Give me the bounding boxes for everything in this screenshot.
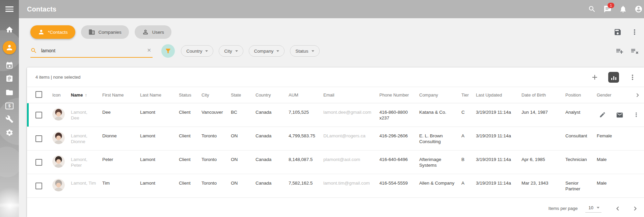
bar-chart-icon[interactable] [608, 72, 619, 83]
column-header-last_updated[interactable]: Last Updated [473, 87, 519, 103]
sidebar-item-settings[interactable] [5, 129, 14, 137]
row-checkbox[interactable] [35, 183, 42, 189]
column-header-last_name[interactable]: Last Name [137, 87, 176, 103]
scroll-columns-right[interactable] [631, 87, 644, 103]
cell-last_name: Lamont [137, 103, 176, 127]
column-header-city[interactable]: City [199, 87, 228, 103]
cell-name: Lamont, Tim [68, 174, 100, 198]
cell-phone: 416-554-5559 [377, 174, 417, 198]
sidebar-item-contacts[interactable] [3, 41, 16, 54]
row-checkbox[interactable] [35, 135, 42, 142]
table-footer: Items per page 10 [27, 198, 644, 217]
cell-text: Lamont [140, 110, 155, 115]
chat-icon[interactable]: 1 [603, 5, 612, 13]
search-icon[interactable] [588, 5, 596, 13]
cell-country: Canada [253, 151, 286, 174]
cell-text: 416-860-8800 x237 [379, 110, 408, 120]
filter-chip-city[interactable]: City [219, 45, 243, 57]
table-row[interactable]: Lamont, TimTimLamontClientTorontoONCanad… [27, 174, 644, 198]
sidebar-item-tools[interactable] [5, 115, 14, 123]
cell-text: 8,148,087.5 [289, 157, 313, 162]
cell-text: Peter [102, 157, 113, 162]
save-icon[interactable] [614, 28, 622, 36]
filter-chip-company[interactable]: Company [249, 45, 285, 57]
cell-phone: 416-860-8800 x237 [377, 103, 417, 127]
mail-icon[interactable] [616, 111, 623, 118]
cell-state: ON [228, 127, 253, 151]
edit-icon[interactable] [599, 111, 606, 118]
items-per-page-value: 10 [589, 205, 593, 210]
sidebar-item-billing[interactable]: $ [5, 102, 14, 110]
table-row[interactable]: Lamont, PeterPeterLamontClientTorontoONC… [27, 151, 644, 174]
sidebar-nav: $ [0, 21, 19, 137]
chevron-down-icon [235, 50, 238, 52]
playlist-add-icon[interactable] [616, 47, 624, 55]
more-vert-icon[interactable] [630, 28, 639, 36]
cell-text: 4,799,583.75 [289, 133, 315, 138]
contact-avatar [52, 179, 65, 191]
contacts-table: IconName↑First NameLast NameStatusCitySt… [27, 87, 644, 198]
sidebar-item-documents[interactable] [5, 88, 14, 97]
chip-label: City [224, 49, 232, 54]
column-header-position[interactable]: Position [563, 87, 594, 103]
select-all-checkbox[interactable] [35, 91, 42, 98]
notifications-icon[interactable] [619, 5, 627, 13]
cell-first_name: Peter [100, 151, 137, 174]
menu-icon[interactable] [5, 5, 14, 13]
cell-dob: Apr 6, 1985 [519, 151, 563, 174]
close-icon[interactable]: ✕ [147, 47, 153, 54]
view-tabs-row: *ContactsCompaniesUsers [30, 25, 639, 39]
column-header-country[interactable]: Country [253, 87, 286, 103]
column-header-aum[interactable]: AUM [286, 87, 321, 103]
row-checkbox[interactable] [35, 112, 42, 118]
filter-chip-country[interactable]: Country [181, 45, 213, 57]
column-header-name[interactable]: Name↑ [68, 87, 100, 103]
more-vert-icon[interactable] [628, 73, 637, 81]
cell-text: lamont.dee@gmail.com [323, 110, 371, 115]
more-vert-icon[interactable] [633, 111, 640, 118]
sidebar-item-tasks[interactable] [5, 75, 14, 83]
table-row[interactable]: Lamont, DeeDeeLamontClientVancouverBCCan… [27, 103, 644, 127]
next-page-button[interactable] [631, 205, 639, 213]
table-row[interactable]: Lamont, DionneDionneLamontClientTorontoO… [27, 127, 644, 151]
cell-text: Dionne [102, 133, 117, 138]
search-input[interactable] [41, 48, 143, 54]
cell-status: Client [176, 151, 199, 174]
column-header-company[interactable]: Company [417, 87, 459, 103]
column-header-state[interactable]: State [228, 87, 253, 103]
filter-chip-status[interactable]: Status [290, 45, 319, 57]
add-icon[interactable] [591, 73, 599, 81]
column-header-phone[interactable]: Phone Number [377, 87, 417, 103]
cell-text: B [461, 157, 464, 162]
cell-text: Consultant [565, 133, 587, 138]
sort-ascending-icon: ↑ [85, 92, 87, 98]
calendar-icon [5, 61, 14, 69]
cell-text: Toronto [202, 133, 217, 138]
tab-companies[interactable]: Companies [81, 25, 129, 39]
sidebar-item-calendar[interactable] [5, 61, 14, 69]
cell-status: Client [176, 174, 199, 198]
cell-last_name: Lamont [137, 127, 176, 151]
column-header-dob[interactable]: Date of Birth [519, 87, 563, 103]
account-icon[interactable] [635, 5, 643, 13]
sidebar-item-home[interactable] [5, 26, 14, 34]
items-per-page-select[interactable]: 10 [585, 204, 601, 213]
cell-first_name: Dionne [100, 127, 137, 151]
tabs-right-actions [614, 28, 639, 36]
playlist-remove-icon[interactable] [630, 47, 639, 55]
previous-page-button[interactable] [614, 205, 622, 213]
column-label: AUM [289, 92, 298, 98]
search-icon [30, 47, 37, 54]
column-header-gender[interactable]: Gender [594, 87, 631, 103]
column-header-status[interactable]: Status [176, 87, 199, 103]
tab-users[interactable]: Users [135, 25, 171, 39]
cell-text: Tim [102, 181, 110, 186]
cell-name: Lamont, Peter [68, 151, 100, 174]
tab-contacts[interactable]: *Contacts [30, 25, 75, 39]
column-header-email[interactable]: Email [321, 87, 377, 103]
column-header-first_name[interactable]: First Name [100, 87, 137, 103]
filter-funnel-button[interactable] [161, 44, 175, 58]
search-field: ✕ [30, 44, 153, 58]
row-checkbox[interactable] [35, 159, 42, 166]
column-header-tier[interactable]: Tier [459, 87, 473, 103]
